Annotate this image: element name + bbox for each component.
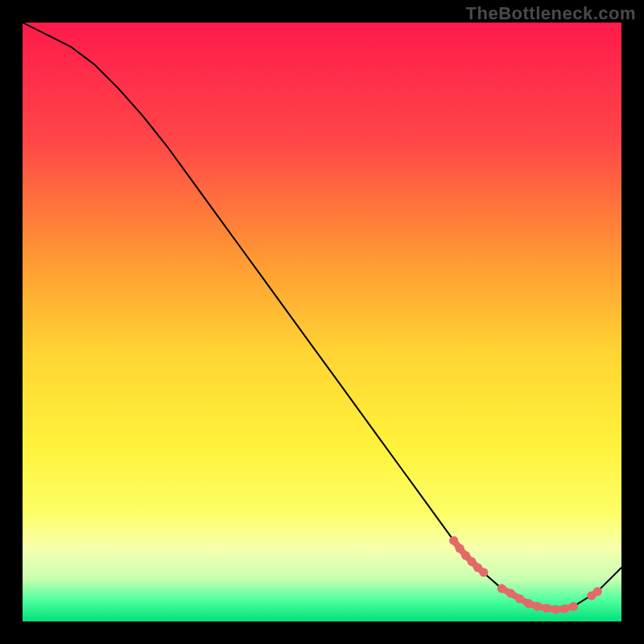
- watermark-text: TheBottleneck.com: [466, 3, 636, 24]
- highlight-marker: [593, 587, 602, 596]
- highlight-marker: [569, 602, 578, 611]
- highlight-marker: [479, 568, 488, 576]
- highlight-marker: [551, 605, 560, 614]
- curve-layer: [23, 23, 621, 621]
- highlight-marker: [497, 584, 506, 593]
- highlight-marker: [533, 602, 542, 611]
- highlight-marker: [515, 594, 524, 603]
- plot-area: [23, 23, 621, 621]
- bottleneck-curve: [23, 23, 621, 609]
- highlight-marker: [560, 605, 569, 613]
- highlight-marker: [449, 536, 458, 545]
- highlight-marker: [456, 544, 464, 553]
- highlight-marker: [506, 588, 515, 597]
- highlight-marker: [542, 604, 551, 613]
- highlight-marker: [524, 599, 533, 608]
- chart-frame: TheBottleneck.com: [0, 0, 644, 644]
